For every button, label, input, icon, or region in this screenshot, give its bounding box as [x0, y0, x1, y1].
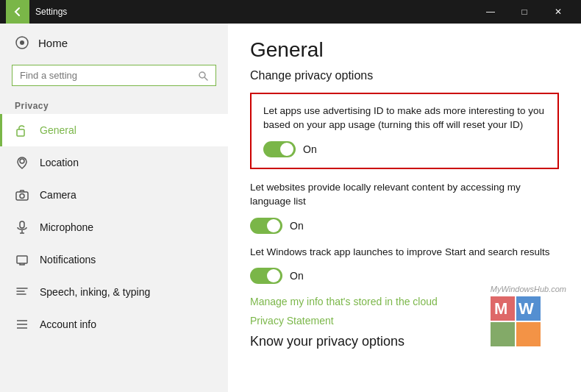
language-list-toggle-label: On	[290, 220, 304, 232]
home-nav-item[interactable]: Home	[0, 24, 228, 62]
camera-icon	[15, 188, 29, 202]
microphone-icon	[15, 220, 29, 235]
home-icon	[15, 35, 29, 50]
manage-info-link[interactable]: Manage my info that's stored in the clou…	[250, 296, 559, 307]
maximize-button[interactable]: □	[507, 0, 541, 24]
watermark-text: MyWindowsHub.com	[491, 285, 566, 293]
page-title: General	[250, 38, 559, 62]
advertising-id-toggle-row: On	[263, 141, 546, 157]
sidebar-item-speech[interactable]: Speech, inking, & typing	[0, 276, 228, 308]
track-launches-toggle-label: On	[290, 270, 304, 282]
speech-label: Speech, inking, & typing	[40, 286, 150, 298]
privacy-statement-link[interactable]: Privacy Statement	[250, 315, 559, 327]
home-label: Home	[38, 37, 68, 49]
advertising-id-text: Let apps use advertising ID to make ads …	[263, 104, 546, 132]
track-launches-option: Let Windows track app launches to improv…	[250, 246, 559, 285]
notifications-icon	[15, 252, 29, 267]
language-list-option: Let websites provide locally relevant co…	[250, 181, 559, 234]
track-launches-text: Let Windows track app launches to improv…	[250, 246, 559, 260]
speech-icon	[15, 285, 29, 299]
search-icon	[198, 71, 208, 81]
search-box[interactable]	[12, 65, 216, 86]
microphone-label: Microphone	[40, 221, 93, 233]
window-controls: — □ ✕	[474, 0, 575, 24]
sidebar-item-microphone[interactable]: Microphone	[0, 211, 228, 243]
search-input[interactable]	[20, 70, 192, 81]
account-label: Account info	[40, 318, 96, 330]
minimize-button[interactable]: —	[474, 0, 507, 24]
sidebar-item-location[interactable]: Location	[0, 146, 228, 179]
sidebar-item-notifications[interactable]: Notifications	[0, 243, 228, 276]
advertising-id-option: Let apps use advertising ID to make ads …	[250, 93, 559, 169]
content-area: General Change privacy options Let apps …	[228, 24, 581, 392]
svg-point-1	[20, 40, 24, 45]
svg-line-3	[205, 77, 208, 80]
location-icon	[15, 155, 29, 170]
svg-rect-4	[17, 129, 24, 136]
svg-rect-11	[17, 256, 27, 263]
app-body: Home Privacy General	[0, 24, 581, 392]
sidebar: Home Privacy General	[0, 24, 228, 392]
language-list-toggle[interactable]	[250, 218, 282, 234]
account-icon	[15, 317, 29, 332]
sidebar-item-camera[interactable]: Camera	[0, 179, 228, 211]
advertising-id-toggle[interactable]	[263, 141, 296, 157]
camera-label: Camera	[40, 189, 76, 201]
section-title: Change privacy options	[250, 69, 559, 82]
advertising-id-toggle-label: On	[303, 143, 317, 155]
titlebar: Settings — □ ✕	[0, 0, 581, 24]
general-label: General	[40, 124, 76, 136]
privacy-section-label: Privacy	[0, 95, 228, 114]
notifications-label: Notifications	[40, 254, 96, 266]
svg-point-5	[20, 159, 24, 163]
language-list-text: Let websites provide locally relevant co…	[250, 181, 559, 209]
language-list-toggle-row: On	[250, 218, 559, 234]
sidebar-item-general[interactable]: General	[0, 114, 228, 146]
know-privacy-title: Know your privacy options	[250, 334, 559, 349]
track-launches-toggle[interactable]	[250, 268, 282, 284]
location-label: Location	[40, 157, 79, 168]
svg-rect-8	[20, 221, 24, 228]
sidebar-item-account[interactable]: Account info	[0, 308, 228, 341]
window-title: Settings	[35, 7, 474, 17]
general-icon	[15, 123, 29, 138]
svg-point-2	[199, 72, 205, 78]
back-button[interactable]	[6, 0, 29, 24]
svg-rect-6	[16, 192, 28, 200]
svg-point-7	[20, 194, 24, 199]
close-button[interactable]: ✕	[541, 0, 575, 24]
track-launches-toggle-row: On	[250, 268, 559, 284]
